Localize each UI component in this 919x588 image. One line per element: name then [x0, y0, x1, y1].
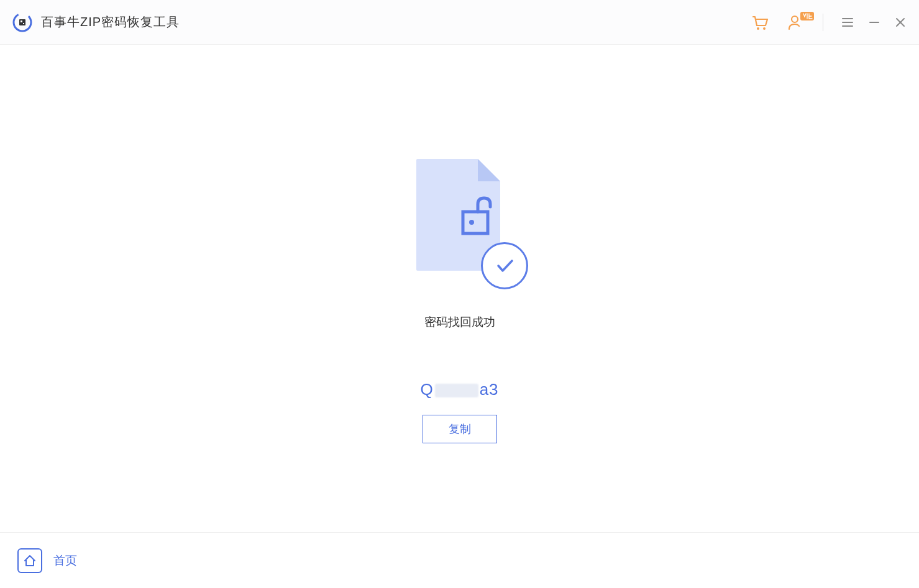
header: 百事牛ZIP密码恢复工具: [0, 0, 919, 45]
unlock-icon: [435, 193, 519, 240]
home-icon-wrapper: [17, 548, 42, 573]
password-hidden-part: [435, 384, 478, 397]
cart-icon: [751, 13, 769, 32]
minimize-icon: [868, 16, 880, 29]
header-divider: [823, 14, 823, 31]
vip-badge-icon: [800, 12, 814, 20]
cart-button[interactable]: [751, 13, 769, 32]
user-button[interactable]: [787, 13, 805, 32]
svg-rect-2: [21, 20, 22, 22]
home-icon: [22, 553, 37, 568]
svg-point-5: [763, 27, 766, 30]
window-controls: [841, 16, 907, 29]
menu-icon: [841, 16, 854, 29]
status-message: 密码找回成功: [424, 314, 495, 330]
svg-point-4: [757, 27, 759, 30]
svg-rect-3: [23, 23, 24, 24]
app-logo-icon: [12, 12, 32, 32]
menu-button[interactable]: [841, 16, 854, 29]
minimize-button[interactable]: [868, 16, 880, 29]
app-title: 百事牛ZIP密码恢复工具: [41, 14, 180, 30]
password-part-start: Q: [420, 380, 433, 399]
home-label: 首页: [53, 553, 77, 569]
recovered-password: Qa3: [420, 380, 498, 399]
copy-button[interactable]: 复制: [423, 415, 497, 443]
svg-point-6: [792, 16, 798, 22]
password-part-end: a3: [480, 380, 499, 399]
svg-rect-14: [463, 212, 488, 233]
footer: 首页: [0, 532, 919, 588]
home-button[interactable]: 首页: [17, 548, 77, 573]
close-icon: [894, 16, 907, 29]
checkmark-icon: [481, 242, 528, 289]
main-content: 密码找回成功 Qa3 复制: [0, 45, 919, 532]
header-left: 百事牛ZIP密码恢复工具: [12, 12, 180, 32]
svg-point-15: [469, 220, 474, 225]
header-right: [751, 13, 907, 32]
success-illustration: [398, 159, 522, 283]
close-button[interactable]: [894, 16, 907, 29]
